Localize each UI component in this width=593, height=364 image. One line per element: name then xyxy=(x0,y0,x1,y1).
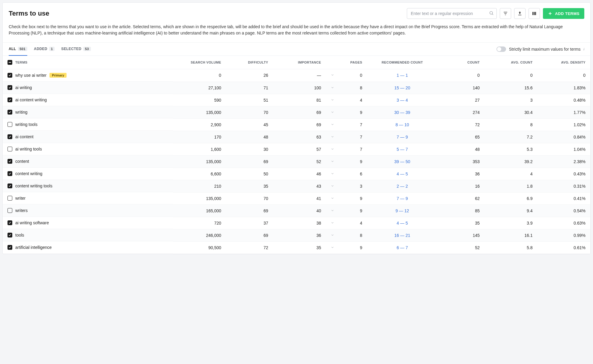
info-icon[interactable]: i xyxy=(584,47,584,51)
row-checkbox[interactable] xyxy=(7,147,12,151)
cell-avg-count: 3.9 xyxy=(484,217,537,229)
col-avg-count[interactable]: AVG. COUNT xyxy=(484,56,537,69)
add-terms-button[interactable]: ADD TERMS xyxy=(543,8,584,19)
cell-search-volume: 135,000 xyxy=(173,192,226,204)
select-all-checkbox[interactable] xyxy=(7,60,12,65)
tab-added[interactable]: ADDED 1 xyxy=(34,43,55,56)
cell-recommended[interactable]: 4 — 5 xyxy=(367,217,437,229)
cell-difficulty: 69 xyxy=(226,204,273,217)
row-checkbox[interactable] xyxy=(7,171,12,176)
cell-search-volume: 1,600 xyxy=(173,143,226,155)
cell-pages[interactable]: 0 xyxy=(326,69,367,82)
col-count[interactable]: COUNT xyxy=(437,56,484,69)
cell-recommended[interactable]: 7 — 9 xyxy=(367,131,437,143)
row-checkbox[interactable] xyxy=(7,110,12,115)
cell-count: 353 xyxy=(437,155,484,168)
cell-pages[interactable]: 4 xyxy=(326,94,367,106)
row-checkbox[interactable] xyxy=(7,183,12,188)
col-recommended[interactable]: RECOMMENDED COUNT xyxy=(367,56,437,69)
row-checkbox[interactable] xyxy=(7,196,12,201)
cell-importance: 38 xyxy=(273,217,326,229)
cell-avg-density: 0.63% xyxy=(538,217,590,229)
pages-value: 8 xyxy=(360,85,362,90)
row-checkbox[interactable] xyxy=(7,85,12,90)
cell-recommended[interactable]: 1 — 1 xyxy=(367,69,437,82)
tab-all[interactable]: ALL 501 xyxy=(9,43,27,56)
cell-recommended[interactable]: 39 — 50 xyxy=(367,155,437,168)
table-row: writer135,000704197 — 9626.90.41% xyxy=(3,192,590,204)
cell-pages[interactable]: 9 xyxy=(326,155,367,168)
cell-pages[interactable]: 9 xyxy=(326,204,367,217)
term-label: ai content writing xyxy=(15,97,47,102)
col-terms[interactable]: TERMS xyxy=(15,61,28,64)
cell-pages[interactable]: 9 xyxy=(326,241,367,254)
upload-button[interactable] xyxy=(514,8,526,19)
cell-count: 48 xyxy=(437,143,484,155)
chevron-down-icon xyxy=(331,110,334,115)
col-importance[interactable]: IMPORTANCE xyxy=(273,56,326,69)
cell-search-volume: 90,500 xyxy=(173,241,226,254)
tab-selected[interactable]: SELECTED 53 xyxy=(61,43,91,56)
pages-value: 7 xyxy=(360,135,362,139)
table-row: content writing6,600504664 — 53640.43% xyxy=(3,168,590,180)
term-label: content writing tools xyxy=(15,183,52,188)
cell-importance: 100 xyxy=(273,82,326,94)
row-checkbox[interactable] xyxy=(7,159,12,164)
cell-recommended[interactable]: 3 — 4 xyxy=(367,94,437,106)
cell-count: 274 xyxy=(437,106,484,118)
row-checkbox[interactable] xyxy=(7,245,12,250)
row-checkbox[interactable] xyxy=(7,134,12,139)
cell-pages[interactable]: 4 xyxy=(326,217,367,229)
cell-importance: 52 xyxy=(273,155,326,168)
cell-recommended[interactable]: 6 — 7 xyxy=(367,241,437,254)
cell-pages[interactable]: 7 xyxy=(326,118,367,131)
cell-pages[interactable]: 9 xyxy=(326,106,367,118)
row-checkbox[interactable] xyxy=(7,233,12,237)
search-input[interactable] xyxy=(407,8,497,19)
cell-recommended[interactable]: 8 — 10 xyxy=(367,118,437,131)
cell-pages[interactable]: 3 xyxy=(326,180,367,192)
chevron-down-icon xyxy=(331,122,334,127)
cell-pages[interactable]: 9 xyxy=(326,192,367,204)
cell-pages[interactable]: 7 xyxy=(326,143,367,155)
row-checkbox[interactable] xyxy=(7,220,12,225)
tab-added-label: ADDED xyxy=(34,47,47,51)
strict-limit-toggle[interactable] xyxy=(496,46,506,52)
row-checkbox[interactable] xyxy=(7,208,12,213)
cell-importance: 69 xyxy=(273,118,326,131)
row-checkbox[interactable] xyxy=(7,122,12,127)
cell-pages[interactable]: 7 xyxy=(326,131,367,143)
row-checkbox[interactable] xyxy=(7,73,12,78)
columns-button[interactable] xyxy=(529,8,540,19)
col-search-volume[interactable]: SEARCH VOLUME xyxy=(173,56,226,69)
cell-difficulty: 69 xyxy=(226,155,273,168)
cell-recommended[interactable]: 9 — 12 xyxy=(367,204,437,217)
svg-rect-8 xyxy=(535,12,536,15)
cell-recommended[interactable]: 7 — 9 xyxy=(367,192,437,204)
cell-recommended[interactable]: 16 — 21 xyxy=(367,229,437,241)
cell-pages[interactable]: 8 xyxy=(326,82,367,94)
cell-avg-density: 1.83% xyxy=(538,82,590,94)
cell-recommended[interactable]: 15 — 20 xyxy=(367,82,437,94)
filter-button[interactable] xyxy=(500,8,511,19)
col-difficulty[interactable]: DIFFICULTY xyxy=(226,56,273,69)
cell-importance: 81 xyxy=(273,94,326,106)
cell-avg-density: 0.48% xyxy=(538,94,590,106)
cell-recommended[interactable]: 30 — 39 xyxy=(367,106,437,118)
cell-recommended[interactable]: 4 — 5 xyxy=(367,168,437,180)
cell-pages[interactable]: 8 xyxy=(326,229,367,241)
pages-value: 7 xyxy=(360,147,362,152)
cell-recommended[interactable]: 5 — 7 xyxy=(367,143,437,155)
term-label: why use ai writer xyxy=(15,73,46,78)
cell-pages[interactable]: 6 xyxy=(326,168,367,180)
cell-count: 36 xyxy=(437,168,484,180)
cell-avg-count: 39.2 xyxy=(484,155,537,168)
col-avg-density[interactable]: AVG. DENSITY xyxy=(538,56,590,69)
table-row: ai writing tools1,600305775 — 7485.31.04… xyxy=(3,143,590,155)
col-pages[interactable]: PAGES xyxy=(326,56,367,69)
cell-importance: 57 xyxy=(273,143,326,155)
pages-value: 7 xyxy=(360,122,362,127)
cell-difficulty: 72 xyxy=(226,241,273,254)
cell-recommended[interactable]: 2 — 2 xyxy=(367,180,437,192)
row-checkbox[interactable] xyxy=(7,97,12,102)
